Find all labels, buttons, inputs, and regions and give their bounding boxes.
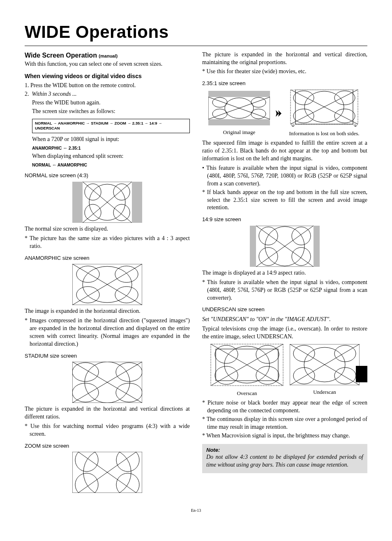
svg-point-72 [292, 247, 311, 266]
normal-p1: The normal size screen is displayed. [25, 225, 190, 233]
svg-point-9 [113, 204, 130, 221]
svg-point-15 [115, 266, 138, 282]
svg-line-59 [293, 125, 295, 127]
svg-point-78 [215, 345, 238, 363]
r149-diagram [202, 226, 367, 267]
stadium-diagram [25, 362, 190, 403]
normal-head: NORMAL size screen (4:3) [25, 172, 190, 179]
svg-line-28 [72, 452, 142, 493]
normal-diagram [25, 182, 190, 223]
r235-b2: * If black bands appear on the top and b… [202, 189, 367, 212]
svg-point-16 [76, 287, 99, 303]
stadium-head: STADIUM size screen [25, 352, 190, 360]
svg-point-6 [85, 184, 101, 200]
svg-point-86 [293, 345, 315, 362]
svg-point-14 [76, 266, 99, 282]
page-tab [356, 366, 367, 382]
title-rule [25, 46, 367, 46]
anamorphic-diagram [25, 264, 190, 305]
svg-point-69 [259, 227, 278, 245]
underscan-italic: Set "UNDERSCAN" to "ON" in the "IMAGE AD… [202, 316, 367, 324]
svg-rect-1 [72, 182, 83, 223]
intro: With this function, you can select one o… [25, 60, 190, 68]
svg-point-44 [212, 109, 227, 119]
r235-b1: • This feature is available when the inp… [202, 164, 367, 188]
under-b1: * Picture noise or black border may appe… [202, 399, 367, 415]
zoom-p2: * Use this for theater size (wide) movie… [202, 68, 367, 76]
svg-point-25 [116, 383, 142, 402]
svg-line-62 [355, 125, 357, 127]
mode-chain-3: NORMAL ↔ ANAMORPHIC [32, 162, 190, 168]
r149-p1: The image is displayed at a 14:9 aspect … [202, 269, 367, 277]
svg-point-42 [212, 97, 227, 107]
svg-rect-64 [250, 226, 256, 267]
svg-point-89 [334, 368, 356, 384]
svg-point-22 [72, 363, 99, 381]
step-2: 2. Within 3 seconds ... [25, 90, 190, 98]
normal-p2: * The picture has the same size as video… [25, 235, 190, 250]
zoom-p1: The picture is expanded in the horizonta… [202, 51, 367, 67]
r235-p1: The squeezed film image is expanded to f… [202, 139, 367, 163]
note-title: Note: [206, 446, 363, 454]
subhead-viewing: When viewing videos or digital video dis… [25, 72, 190, 80]
page-title: WIDE Operations [25, 21, 367, 44]
step-2a: Press the WIDE button again. [25, 99, 190, 107]
svg-point-70 [292, 227, 311, 245]
svg-point-71 [259, 247, 278, 266]
stadium-p1: The picture is expanded in the horizonta… [25, 405, 190, 421]
underscan-head: UNDERSCAN size screen [202, 306, 367, 313]
note-body: Do not allow 4:3 content to be displayed… [206, 453, 363, 469]
step-2b: The screen size switches as follows: [25, 108, 190, 116]
svg-point-8 [85, 204, 101, 221]
svg-point-80 [215, 366, 238, 384]
svg-point-81 [256, 366, 279, 384]
r235-cap1: Original image [208, 129, 270, 136]
r235-diagram: Original image Information is lo [202, 90, 367, 137]
anamorphic-p1: The image is expanded in the horizontal … [25, 307, 190, 315]
right-column: The picture is expanded in the horizonta… [202, 51, 367, 496]
r149-p2: * This feature is available when the inp… [202, 279, 367, 302]
step-2-num: 2. [25, 91, 29, 97]
underscan-p1: Typical televisions crop the image (i.e.… [202, 325, 367, 341]
when-720: When a 720P or 1080I signal is input: [25, 136, 190, 143]
stadium-p2: * Use this for watching normal video pro… [25, 423, 190, 438]
svg-point-7 [113, 184, 130, 200]
underscan-cap: Underscan [290, 388, 360, 396]
section-title-text: Wide Screen Operation [25, 52, 97, 59]
step-1: 1. Press the WIDE button on the remote c… [25, 82, 190, 90]
under-b3: * When Macrovision signal is input, the … [202, 432, 367, 440]
step-2-italic: Within 3 seconds ... [32, 91, 77, 97]
svg-point-24 [72, 383, 99, 402]
r235-cap2: Information is lost on both sides. [287, 130, 361, 137]
under-b2: * The continuous display in this screen … [202, 416, 367, 431]
svg-rect-65 [314, 226, 320, 267]
svg-line-61 [354, 125, 355, 127]
svg-point-55 [293, 109, 314, 123]
note-box: Note: Do not allow 4:3 content to be dis… [202, 444, 367, 473]
svg-point-30 [75, 452, 98, 472]
left-column: Wide Screen Operation (manual) With this… [25, 51, 190, 496]
anamorphic-p2: * Images compressed in the horizontal di… [25, 317, 190, 348]
arrow-icon [276, 110, 281, 117]
svg-point-32 [75, 473, 98, 493]
svg-line-58 [291, 125, 293, 127]
mode-chain-2: ANAMORPHIC ↔ 2.35:1 [32, 145, 190, 151]
svg-point-31 [116, 452, 139, 472]
svg-rect-38 [208, 119, 270, 125]
section-title-sub: (manual) [99, 53, 118, 58]
svg-point-54 [334, 91, 355, 105]
svg-point-23 [116, 363, 142, 381]
mode-chain: NORMAL → ANAMORPHIC → STADIUM → ZOOM → 2… [32, 119, 190, 134]
r149-head: 14:9 size screen [202, 216, 367, 223]
zoom-diagram [25, 452, 190, 493]
page-number: En-13 [25, 508, 367, 513]
svg-point-88 [293, 368, 315, 384]
r235-head: 2.35:1 size screen [202, 80, 367, 87]
svg-point-33 [116, 473, 139, 493]
when-split: When displaying enhanced split screen: [25, 153, 190, 160]
anamorphic-head: ANAMORPHIC size screen [25, 254, 190, 262]
svg-rect-2 [132, 182, 142, 223]
svg-point-45 [251, 109, 266, 119]
svg-point-53 [293, 91, 314, 105]
section-title: Wide Screen Operation (manual) [25, 51, 190, 60]
